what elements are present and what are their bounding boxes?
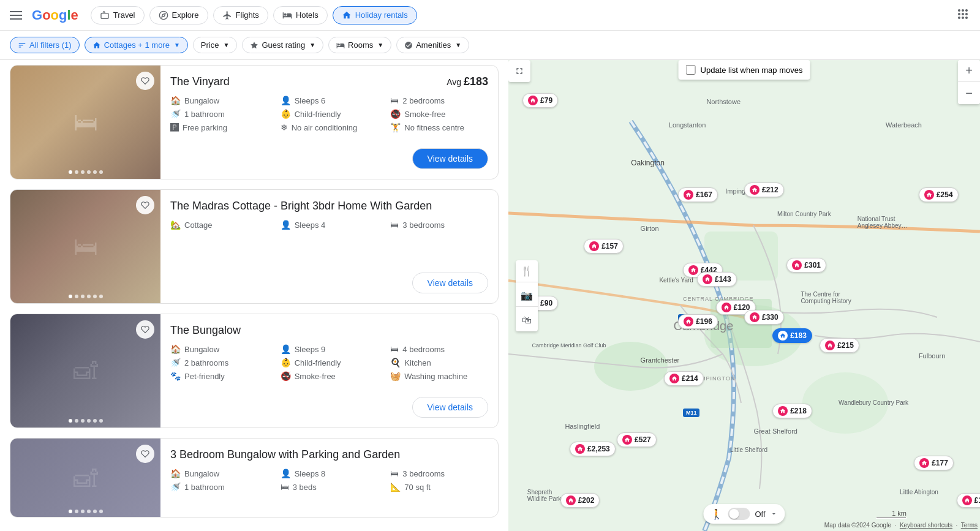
attr-sleeps: 👤Sleeps 9 [281, 344, 379, 354]
terms-link[interactable]: Terms [961, 522, 978, 529]
svg-rect-0 [101, 13, 108, 18]
map-pin-p13[interactable]: £183 [772, 328, 812, 343]
attr-sleeps: 👤Sleeps 8 [281, 469, 379, 478]
map-pin-p4[interactable]: £254 [919, 187, 959, 202]
attr-pet-friendly: 🐾Pet-friendly [170, 371, 268, 381]
map-pin-p2[interactable]: £167 [678, 187, 718, 202]
listing-attrs: 🏠Bungalow 👤Sleeps 6 🛏2 bedrooms 🚿1 bathr… [170, 96, 488, 132]
nav-hotels[interactable]: Hotels [273, 6, 328, 24]
filter-bar: All filters (1) Cottages + 1 more ▼ Pric… [0, 31, 980, 60]
attr-bedrooms: 🛏2 bedrooms [390, 96, 488, 105]
map-pin-p7[interactable]: £143 [697, 272, 737, 287]
map-watermark: Map data ©2024 Google · Keyboard shortcu… [824, 522, 978, 529]
image-dots [69, 295, 103, 298]
map-panel: Northstowe Longstanton Oakington Waterbe… [508, 60, 980, 531]
hamburger-menu[interactable] [10, 11, 22, 20]
listing-image-madras: 🛏 [10, 190, 160, 303]
attr-bathrooms: 🚿1 bathroom [170, 109, 268, 119]
listing-title: The Bungalow [170, 324, 241, 337]
attr-type: 🏠Bungalow [170, 344, 268, 354]
rooms-filter-button[interactable]: Rooms ▼ [328, 37, 391, 53]
map-shopping-icon[interactable]: 🛍 [516, 309, 538, 331]
map-pin-p14[interactable]: £215 [820, 338, 859, 353]
map-pin-p16[interactable]: £218 [772, 404, 812, 418]
save-button-3bed[interactable] [136, 445, 154, 463]
attr-type: 🏡Cottage [170, 220, 268, 230]
listing-info-bungalow: The Bungalow 🏠Bungalow 👤Sleeps 9 🛏4 bedr… [160, 314, 498, 427]
attr-no-fitness: 🏋No fitness centre [390, 122, 488, 132]
nav-explore[interactable]: Explore [149, 6, 208, 24]
listing-info-madras: The Madras Cottage - Bright 3bdr Home Wi… [160, 190, 498, 303]
map-side-icons: 🍴 📷 🛍 [516, 260, 538, 331]
listing-attrs: 🏠Bungalow 👤Sleeps 8 🛏3 bedrooms 🚿1 bathr… [170, 469, 488, 492]
nav-flights[interactable]: Flights [213, 6, 268, 24]
svg-marker-2 [162, 13, 165, 17]
map-pin-p5[interactable]: £157 [584, 239, 624, 254]
attr-bedrooms: 🛏3 bedrooms [390, 469, 488, 478]
attr-kitchen: 🍳Kitchen [390, 358, 488, 367]
google-logo: Google [32, 7, 78, 23]
listing-price: Avg £183 [447, 75, 488, 88]
map-pin-p19[interactable]: £177 [914, 456, 954, 470]
listing-card-vinyard: 🛏 The Vinyard Avg £183 🏠Bungalow [10, 65, 499, 179]
map-zoom-controls: + − [958, 60, 980, 104]
listing-title: 3 Bedroom Bungalow with Parking and Gard… [170, 448, 400, 461]
listing-header: The Vinyard Avg £183 [170, 75, 488, 88]
view-details-button-bungalow[interactable]: View details [412, 397, 488, 418]
map-pin-p18[interactable]: £2,253 [570, 442, 616, 456]
keyboard-shortcuts-link[interactable]: Keyboard shortcuts [900, 522, 952, 529]
cottages-filter-button[interactable]: Cottages + 1 more ▼ [85, 37, 188, 53]
view-details-button-vinyard[interactable]: View details [412, 148, 488, 169]
nav-travel[interactable]: Travel [91, 6, 145, 24]
map-pin-p8[interactable]: £301 [786, 258, 826, 273]
save-button-madras[interactable] [136, 196, 154, 214]
listing-attrs: 🏡Cottage 👤Sleeps 4 🛏3 bedrooms [170, 220, 488, 230]
map-restaurant-icon[interactable]: 🍴 [516, 260, 538, 282]
attr-type: 🏠Bungalow [170, 96, 268, 105]
listing-image-bungalow: 🛋 [10, 314, 160, 427]
attr-bathrooms: 🚿1 bathroom [170, 482, 268, 492]
map-pin-p1[interactable]: £79 [522, 93, 558, 108]
apps-icon[interactable] [956, 7, 970, 23]
attr-smoke-free: 🚭Smoke-free [390, 109, 488, 119]
map-pin-p21[interactable]: £135 [957, 493, 981, 508]
all-filters-button[interactable]: All filters (1) [10, 37, 80, 53]
map-pin-p20[interactable]: £202 [560, 493, 600, 508]
fullscreen-button[interactable] [508, 60, 530, 82]
map-update-checkbox[interactable]: Update list when map moves [679, 60, 810, 80]
nav-holiday-rentals[interactable]: Holiday rentals [333, 6, 417, 24]
map-pin-p3[interactable]: £212 [744, 183, 784, 197]
amenities-filter-button[interactable]: Amenities ▼ [396, 37, 469, 53]
listing-image-3bed: 🛋 [10, 439, 160, 518]
attr-washing: 🧺Washing machine [390, 371, 488, 381]
toggle-label: Off [755, 510, 765, 519]
toggle-arrow-icon [771, 510, 778, 518]
map-toggle[interactable] [728, 508, 750, 520]
attr-type: 🏠Bungalow [170, 469, 268, 478]
listing-info-3bed: 3 Bedroom Bungalow with Parking and Gard… [160, 439, 498, 517]
attr-parking: 🅿Free parking [170, 122, 268, 132]
attr-bedrooms: 🛏3 bedrooms [390, 220, 488, 230]
update-checkbox[interactable] [686, 65, 696, 75]
price-filter-button[interactable]: Price ▼ [193, 37, 238, 53]
zoom-in-button[interactable]: + [958, 60, 980, 82]
save-button-bungalow[interactable] [136, 320, 154, 339]
listing-header: The Madras Cottage - Bright 3bdr Home Wi… [170, 200, 488, 213]
attr-child-friendly: 👶Child-friendly [281, 358, 379, 367]
guest-rating-filter-button[interactable]: Guest rating ▼ [242, 37, 323, 53]
listing-title: The Madras Cottage - Bright 3bdr Home Wi… [170, 200, 432, 213]
main-content: 🛏 The Vinyard Avg £183 🏠Bungalow [0, 60, 980, 531]
save-button-vinyard[interactable] [136, 72, 154, 90]
map-pin-p12[interactable]: £330 [744, 310, 784, 325]
attr-sqft: 📐70 sq ft [390, 482, 488, 492]
map-scale: 1 km [876, 510, 907, 519]
map-camera-icon[interactable]: 📷 [516, 285, 538, 307]
map-pin-p11[interactable]: £196 [678, 314, 718, 329]
image-dots [69, 510, 103, 513]
zoom-out-button[interactable]: − [958, 82, 980, 104]
listings-panel: 🛏 The Vinyard Avg £183 🏠Bungalow [0, 60, 508, 531]
map-pin-p17[interactable]: £527 [617, 432, 657, 447]
view-details-button-madras[interactable]: View details [412, 273, 488, 293]
map-pin-p15[interactable]: £214 [664, 371, 704, 386]
listing-image-vinyard: 🛏 [10, 66, 160, 179]
